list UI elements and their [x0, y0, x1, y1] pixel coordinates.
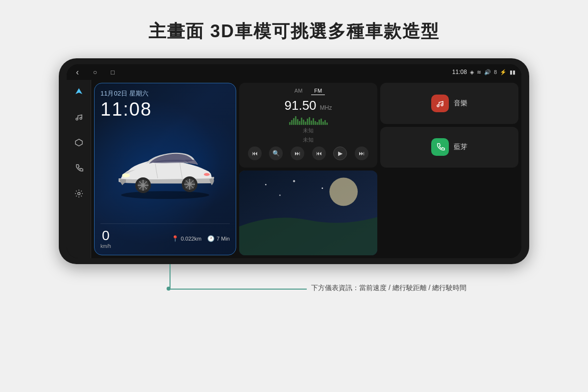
distance-icon: 📍 [172, 235, 179, 242]
car-3d-model [109, 145, 221, 199]
volume-icon: 🔊 [484, 69, 491, 75]
svg-point-25 [279, 195, 281, 196]
clock-bottom-info: 0 km/h 📍 0.022km 🕐 7 Min [100, 223, 230, 249]
usb-icon: ⚡ [500, 69, 507, 75]
dashboard-area: 11月02日 星期六 11:08 [91, 80, 521, 258]
annotation-line-vertical [170, 264, 171, 289]
tab-fm[interactable]: FM [311, 87, 325, 95]
status-time: 11:08 [452, 69, 467, 75]
svg-point-5 [204, 173, 210, 176]
svg-point-3 [121, 191, 209, 199]
trip-distance: 📍 0.022km [172, 235, 201, 242]
time-value: 7 Min [217, 236, 230, 242]
time-icon: 🕐 [207, 235, 215, 242]
status-indicators: 11:08 ◈ ≋ 🔊 8 ⚡ ▮▮ [452, 69, 515, 75]
radio-widget[interactable]: AM FM 91.50 MHz [239, 83, 377, 168]
radio-search[interactable]: 🔍 [269, 147, 283, 160]
sidebar-item-phone[interactable] [71, 160, 87, 176]
phone-app-label: 藍芽 [454, 143, 467, 151]
phone-app-icon [431, 138, 449, 156]
page-title: 主畫面 3D車模可挑選多種車款造型 [148, 20, 440, 44]
sidebar-item-settings[interactable] [71, 186, 87, 201]
sidebar-item-nav[interactable] [71, 84, 87, 99]
wifi-icon: ≋ [477, 69, 481, 75]
speed-value: 0 [100, 228, 111, 244]
media-thumbnail [239, 171, 377, 255]
device-frame: 11:08 ◈ ≋ 🔊 8 ⚡ ▮▮ [59, 58, 529, 264]
speed-unit: km/h [100, 244, 111, 249]
clock-date: 11月02日 星期六 [100, 89, 230, 98]
annotation-text: 下方儀表資訊：當前速度 / 總行駛距離 / 總行駛時間 [311, 284, 466, 293]
battery-icon: ▮▮ [510, 69, 515, 75]
annotation-line-horizontal [170, 289, 307, 290]
radio-prev-prev[interactable]: ⏮ [248, 147, 262, 160]
svg-point-24 [321, 188, 323, 189]
svg-point-4 [122, 173, 130, 177]
speed-display: 0 km/h [100, 228, 111, 249]
clock-car-widget[interactable]: 11月02日 星期六 11:08 [94, 83, 236, 255]
sidebar-item-apps[interactable] [71, 135, 87, 150]
media-next[interactable]: ⏭ [355, 147, 368, 160]
app-buttons-column: 音樂 藍芽 [380, 83, 518, 168]
nav-buttons [73, 67, 118, 77]
clock-time: 11:08 [100, 99, 230, 120]
radio-controls: ⏮ 🔍 ⏭ ⏮ ▶ ⏭ [244, 146, 372, 160]
svg-point-22 [265, 184, 267, 186]
radio-next-next[interactable]: ⏭ [291, 147, 304, 160]
sidebar-item-music[interactable] [71, 109, 87, 125]
signal-icon: ◈ [470, 69, 474, 75]
media-play[interactable]: ▶ [333, 147, 347, 160]
annotation-area: 下方儀表資訊：當前速度 / 總行駛距離 / 總行駛時間 [59, 264, 529, 313]
back-button[interactable] [73, 67, 82, 77]
tab-am[interactable]: AM [292, 87, 306, 95]
trip-time: 🕐 7 Min [207, 235, 230, 242]
distance-value: 0.022km [181, 236, 201, 242]
media-prev[interactable]: ⏮ [312, 147, 326, 160]
svg-point-23 [293, 180, 295, 182]
svg-marker-1 [75, 139, 82, 146]
radio-waveform [244, 115, 372, 125]
music-app-icon [431, 95, 449, 112]
sidebar [67, 80, 91, 258]
media-bg [239, 171, 377, 255]
phone-app-button[interactable]: 藍芽 [380, 127, 518, 168]
radio-status-1: 未知 [244, 127, 372, 134]
svg-point-2 [77, 193, 80, 195]
main-content: 11月02日 星期六 11:08 [67, 80, 521, 258]
volume-level: 8 [494, 69, 497, 75]
car-image-area [100, 120, 230, 223]
music-app-button[interactable]: 音樂 [380, 83, 518, 124]
radio-status-2: 未知 [244, 136, 372, 144]
trip-info: 📍 0.022km 🕐 7 Min [172, 235, 230, 242]
svg-point-21 [329, 178, 358, 206]
home-button[interactable] [90, 67, 100, 77]
music-app-label: 音樂 [454, 99, 467, 108]
freq-unit: MHz [320, 104, 332, 111]
status-bar: 11:08 ◈ ≋ 🔊 8 ⚡ ▮▮ [67, 64, 521, 80]
radio-tabs: AM FM [244, 87, 372, 95]
radio-frequency: 91.50 MHz [244, 98, 372, 113]
recent-button[interactable] [108, 67, 118, 77]
device-screen: 11:08 ◈ ≋ 🔊 8 ⚡ ▮▮ [67, 64, 521, 258]
svg-marker-0 [75, 88, 82, 94]
